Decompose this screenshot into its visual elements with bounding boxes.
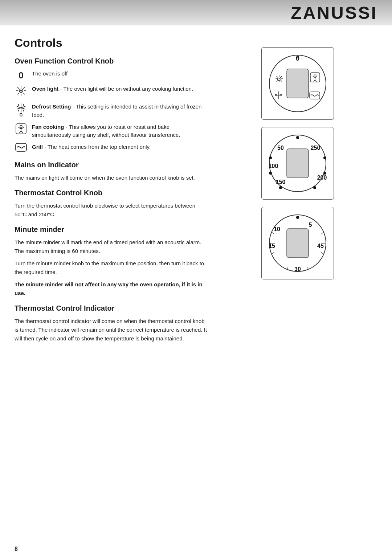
function-knob-svg: 0 [267,53,328,114]
svg-point-61 [323,172,326,175]
left-column: Controls Oven Function Control Knob 0 Th… [15,36,218,347]
function-list: 0 The oven is off [15,70,207,154]
footer: 8 [0,542,392,556]
section-heading-thermostat-indicator: Thermostat Control Indicator [15,304,207,312]
svg-point-59 [323,156,326,159]
function-item-grill: Grill - The heat comes from the top elem… [15,143,207,155]
svg-point-66 [296,216,299,219]
svg-line-5 [17,87,19,89]
svg-rect-51 [287,149,309,178]
svg-line-22 [19,131,21,133]
page-number: 8 [15,546,18,552]
svg-point-9 [20,90,22,91]
svg-text:5: 5 [309,222,312,228]
function-text-grill: Grill - The heat comes from the top elem… [32,143,207,151]
minute-minder-svg: 5 10 15 45 30 [267,212,328,274]
header: ZANUSSI [0,0,392,25]
svg-text:50: 50 [277,145,284,151]
svg-text:10: 10 [274,226,280,232]
function-item-fan: Fan cooking - This allows you to roast o… [15,123,207,139]
function-text-defrost: Defrost Setting - This setting is intend… [32,103,207,119]
svg-line-8 [17,93,19,94]
function-text-light: Oven light - The oven light will be on w… [32,85,207,93]
svg-point-52 [296,136,299,139]
svg-text:250: 250 [311,145,320,151]
svg-line-7 [23,87,25,89]
svg-rect-26 [287,69,309,98]
svg-point-62 [279,186,282,189]
svg-line-23 [21,131,23,133]
svg-point-18 [20,125,22,127]
minute-minder-body1: The minute minder will mark the end of a… [15,238,207,255]
svg-text:100: 100 [269,163,278,169]
defrost-icon [15,103,28,119]
function-item-defrost: Defrost Setting - This setting is intend… [15,103,207,119]
thermostat-indicator-body: The thermostat control indicator will co… [15,317,207,343]
zero-icon: 0 [15,70,28,81]
fan-icon [15,123,28,138]
function-text-off: The oven is off [32,70,207,78]
svg-point-29 [279,78,280,79]
thermostat-knob-diagram: 50 100 150 250 200 [261,127,334,200]
grill-icon [15,143,28,155]
svg-text:200: 200 [317,175,327,181]
svg-point-63 [313,186,316,189]
brand-logo: ZANUSSI [291,3,377,23]
svg-text:15: 15 [269,243,275,249]
svg-point-54 [269,156,272,159]
oven-light-icon [15,85,28,99]
function-knob-diagram: 0 [261,47,334,120]
svg-line-21 [21,127,24,129]
thermostat-knob-svg: 50 100 150 250 200 [267,132,328,194]
section-heading-minute-minder: Minute minder [15,225,207,234]
mains-body: The mains on light will come on when the… [15,173,207,182]
svg-text:30: 30 [294,266,301,272]
function-item-off: 0 The oven is off [15,70,207,81]
svg-text:150: 150 [276,179,286,185]
function-item-light: Oven light - The oven light will be on w… [15,85,207,99]
page-title: Controls [15,36,207,50]
minute-minder-body2: Turn the minute minder knob to the maxim… [15,259,207,277]
svg-rect-65 [287,229,309,258]
section-heading-mains: Mains on Indicator [15,161,207,169]
svg-text:45: 45 [317,243,324,249]
minute-minder-body3: The minute minder will not affect in any… [15,280,207,298]
thermostat-knob-body: Turn the thermostat control knob clockwi… [15,201,207,219]
minute-minder-diagram: 5 10 15 45 30 [261,207,334,279]
section-heading-thermostat-knob: Thermostat Control Knob [15,189,207,197]
svg-line-6 [23,93,25,94]
svg-line-20 [19,127,21,129]
svg-point-56 [269,172,272,175]
right-column: 0 [218,36,377,347]
section-heading-oven-function: Oven Function Control Knob [15,57,207,65]
function-text-fan: Fan cooking - This allows you to roast o… [32,123,207,139]
